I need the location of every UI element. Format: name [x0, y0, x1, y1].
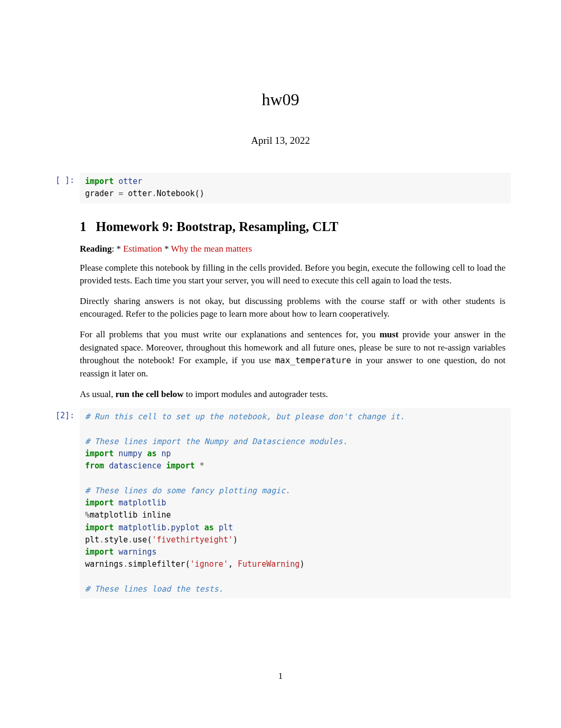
link-estimation[interactable]: Estimation [123, 244, 162, 254]
paragraph: For all problems that you must write our… [80, 328, 506, 381]
markdown-block: 1Homework 9: Bootstrap, Resampling, CLT … [80, 219, 506, 401]
inline-code: max_temperature [275, 355, 351, 365]
paragraph: Directly sharing answers is not okay, bu… [80, 295, 506, 321]
magic-name: matplotlib [90, 510, 137, 520]
code-text: otter [123, 189, 152, 198]
magic-percent: % [85, 510, 90, 520]
code-block: # Run this cell to set up the notebook, … [80, 408, 511, 598]
code-text: , [228, 559, 238, 569]
magic-arg: inline [137, 510, 171, 520]
module-datascience: datascience [109, 461, 161, 471]
operator-dot: . [99, 535, 104, 545]
code-text: plt [85, 535, 99, 545]
module-otter: otter [118, 177, 142, 186]
code-text: use( [133, 535, 152, 545]
text: to import modules and autograder tests. [183, 389, 328, 399]
comment: # Run this cell to set up the notebook, … [85, 412, 405, 421]
code-cell-2: [2]: # Run this cell to set up the noteb… [50, 408, 511, 598]
operator-equals: = [118, 189, 123, 198]
module-matplotlib: matplotlib [118, 498, 166, 508]
section-heading: 1Homework 9: Bootstrap, Resampling, CLT [80, 219, 506, 234]
code-cell-1: [ ]: import otter grader = otter.Noteboo… [50, 173, 511, 204]
bold-text: run the cell below [116, 389, 184, 399]
code-text: style [104, 535, 128, 545]
section-title: Homework 9: Bootstrap, Resampling, CLT [96, 219, 339, 234]
operator-star: * [200, 461, 204, 471]
keyword-import: import [166, 461, 195, 471]
code-text: simplefilter( [128, 559, 190, 569]
page-number: 1 [0, 671, 561, 681]
paragraph: Please complete this notebook by filling… [80, 262, 506, 288]
class-futurewarning: FutureWarning [238, 559, 300, 569]
document-title: hw09 [50, 90, 511, 109]
string-literal: 'fivethirtyeight' [152, 535, 233, 545]
cell-prompt: [2]: [50, 408, 80, 420]
module-warnings: warnings [118, 547, 156, 557]
keyword-import: import [85, 177, 114, 186]
string-literal: 'ignore' [190, 559, 228, 569]
document-date: April 13, 2022 [50, 135, 511, 146]
text: As usual, [80, 389, 116, 399]
keyword-import: import [85, 523, 114, 532]
keyword-as: as [147, 449, 156, 458]
code-text: Notebook() [156, 189, 204, 198]
reading-line: Reading: * Estimation * Why the mean mat… [80, 244, 506, 254]
text: : * [111, 244, 123, 254]
notebook-page: hw09 April 13, 2022 [ ]: import otter gr… [0, 0, 561, 598]
alias-np: np [162, 449, 171, 458]
comment: # These lines do some fancy plotting mag… [85, 486, 290, 495]
keyword-import: import [85, 498, 114, 508]
paragraph: As usual, run the cell below to import m… [80, 388, 506, 401]
comment: # These lines load the tests. [85, 584, 223, 594]
text: * [162, 244, 171, 254]
module-numpy: numpy [118, 449, 142, 458]
link-why-the-mean-matters[interactable]: Why the mean matters [171, 244, 252, 254]
operator-dot: . [123, 559, 128, 569]
module-pyplot: matplotlib.pyplot [118, 523, 200, 532]
code-block: import otter grader = otter.Notebook() [80, 173, 511, 204]
section-number: 1 [80, 219, 87, 234]
text: For all problems that you must write our… [80, 329, 379, 339]
comment: # These lines import the Numpy and Datas… [85, 437, 348, 446]
keyword-as: as [204, 523, 214, 532]
code-text: ) [300, 559, 304, 569]
code-text: ) [233, 535, 238, 545]
code-text: warnings [85, 559, 123, 569]
bold-text: must [379, 329, 398, 339]
identifier-grader: grader [85, 189, 118, 198]
keyword-from: from [85, 461, 104, 471]
keyword-import: import [85, 449, 114, 458]
cell-prompt: [ ]: [50, 173, 80, 185]
keyword-import: import [85, 547, 114, 557]
reading-label: Reading [80, 244, 111, 254]
text: Please complete this notebook by filling… [80, 263, 305, 273]
alias-plt: plt [219, 523, 233, 532]
operator-dot: . [128, 535, 133, 545]
